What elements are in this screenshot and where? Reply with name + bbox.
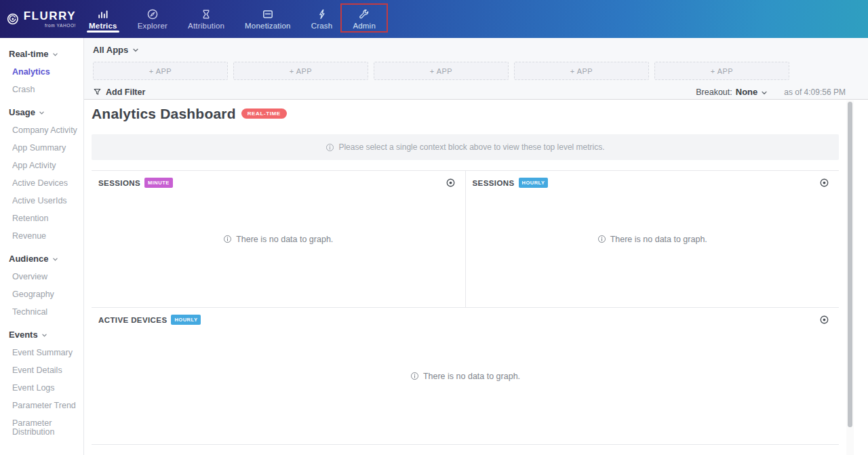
sidebar-section-events: Events Event Summary Event Details Event…	[0, 320, 83, 437]
panel-title: ACTIVE DEVICES	[98, 316, 167, 324]
sidebar-item-event-details[interactable]: Event Details	[0, 357, 83, 375]
nav-label: Monetization	[245, 22, 291, 30]
nav-item-metrics[interactable]: Metrics	[79, 0, 127, 38]
sidebar-item-retention[interactable]: Retention	[0, 205, 83, 223]
sessions-hourly-panel: SESSIONS HOURLY There is no data to grap…	[465, 171, 840, 307]
add-app-button[interactable]: + APP	[374, 62, 509, 80]
compass-icon	[146, 8, 159, 20]
flurry-logo[interactable]: FLURRY from YAHOO!	[0, 7, 76, 31]
sidebar-item-app-summary[interactable]: App Summary	[0, 135, 83, 153]
empty-text: There is no data to graph.	[423, 372, 520, 381]
app-selector-label: All Apps	[93, 45, 128, 55]
top-navbar: FLURRY from YAHOO! Metrics Explorer Attr…	[0, 0, 868, 38]
sidebar-header-audience[interactable]: Audience	[0, 244, 83, 264]
chevron-down-icon	[52, 52, 58, 58]
scrollbar-thumb[interactable]	[848, 102, 852, 427]
gear-icon[interactable]	[819, 178, 829, 188]
add-filter-button[interactable]: Add Filter	[93, 87, 145, 97]
empty-chart-message: There is no data to graph.	[466, 235, 840, 244]
panel-title: SESSIONS	[473, 179, 515, 187]
empty-chart-message: There is no data to graph.	[92, 235, 465, 244]
brand-name: FLURRY	[24, 10, 76, 22]
sessions-minute-panel: SESSIONS MINUTE There is no data to grap…	[92, 171, 465, 307]
empty-chart-message: There is no data to graph.	[92, 372, 839, 381]
sidebar-item-technical[interactable]: Technical	[0, 299, 83, 317]
info-icon	[223, 235, 232, 243]
as-of-timestamp: as of 4:09:56 PM	[784, 87, 846, 97]
chevron-down-icon	[52, 256, 58, 262]
app-slots-row: + APP + APP + APP + APP + APP	[93, 62, 846, 80]
chevron-down-icon	[39, 110, 45, 116]
sidebar-item-revenue[interactable]: Revenue	[0, 223, 83, 241]
hourglass-icon	[200, 8, 212, 20]
context-bar: All Apps + APP + APP + APP + APP + APP A…	[84, 38, 868, 100]
nav-item-attribution[interactable]: Attribution	[178, 0, 235, 38]
hourly-badge: HOURLY	[171, 315, 201, 325]
nav-label: Metrics	[89, 22, 117, 30]
realtime-badge: REAL-TIME	[241, 108, 287, 119]
section-label: Usage	[9, 107, 35, 117]
app-selector[interactable]: All Apps	[93, 43, 154, 56]
info-icon	[410, 372, 419, 380]
minute-badge: MINUTE	[144, 178, 173, 188]
chevron-down-icon	[761, 90, 768, 96]
charts-row: SESSIONS MINUTE There is no data to grap…	[92, 170, 839, 308]
nav-label: Explorer	[138, 22, 167, 30]
sidebar-item-parameter-distribution[interactable]: Parameter Distribution	[0, 410, 83, 437]
nav-item-admin[interactable]: Admin	[342, 0, 386, 38]
flurry-logo-icon	[7, 7, 19, 31]
sidebar-item-company-activity[interactable]: Company Activity	[0, 117, 83, 135]
nav-label: Admin	[353, 22, 376, 30]
nav-label: Crash	[311, 22, 333, 30]
sidebar-item-parameter-trend[interactable]: Parameter Trend	[0, 393, 83, 410]
primary-nav: Metrics Explorer Attribution Monetizatio…	[79, 0, 386, 38]
empty-text: There is no data to graph.	[236, 235, 333, 244]
breakout-label: Breakout:	[696, 87, 732, 97]
add-app-button[interactable]: + APP	[654, 62, 789, 80]
lightning-icon	[316, 8, 328, 20]
banner-icon	[262, 8, 274, 20]
notice-text: Please select a single context block abo…	[338, 142, 604, 152]
active-devices-panel: ACTIVE DEVICES HOURLY There is no data t…	[92, 308, 839, 445]
context-notice: Please select a single context block abo…	[92, 134, 839, 160]
brand-subtitle: from YAHOO!	[45, 23, 76, 28]
nav-item-crash[interactable]: Crash	[301, 0, 343, 38]
nav-item-explorer[interactable]: Explorer	[127, 0, 178, 38]
add-app-button[interactable]: + APP	[233, 62, 368, 80]
sidebar-section-usage: Usage Company Activity App Summary App A…	[0, 98, 83, 241]
hourly-badge: HOURLY	[519, 178, 549, 188]
sidebar-section-audience: Audience Overview Geography Technical	[0, 244, 83, 317]
add-app-button[interactable]: + APP	[93, 62, 228, 80]
chevron-down-icon	[41, 332, 47, 338]
sidebar-header-realtime[interactable]: Real-time	[0, 39, 83, 59]
sidebar-item-crash[interactable]: Crash	[0, 77, 83, 94]
sidebar-item-active-userids[interactable]: Active UserIds	[0, 188, 83, 205]
info-icon	[597, 235, 606, 243]
filter-icon	[93, 87, 102, 96]
breakout-selector[interactable]: Breakout: None	[696, 87, 768, 97]
filter-row: Add Filter Breakout: None as of 4:09:56 …	[93, 86, 846, 98]
sidebar-item-event-summary[interactable]: Event Summary	[0, 340, 83, 357]
section-label: Real-time	[9, 49, 49, 59]
section-label: Audience	[9, 254, 49, 264]
chevron-down-icon	[132, 47, 139, 54]
page-title: Analytics Dashboard	[92, 106, 236, 122]
sidebar-header-usage[interactable]: Usage	[0, 98, 83, 117]
sidebar-item-geography[interactable]: Geography	[0, 281, 83, 299]
add-app-button[interactable]: + APP	[514, 62, 649, 80]
sidebar-item-overview[interactable]: Overview	[0, 264, 83, 281]
panel-title: SESSIONS	[98, 179, 140, 187]
sidebar: Real-time Analytics Crash Usage Company …	[0, 38, 84, 455]
section-label: Events	[9, 330, 38, 340]
sidebar-item-analytics[interactable]: Analytics	[0, 59, 83, 77]
sidebar-header-events[interactable]: Events	[0, 320, 83, 340]
nav-item-monetization[interactable]: Monetization	[235, 0, 301, 38]
sidebar-item-active-devices[interactable]: Active Devices	[0, 170, 83, 188]
main-content: Analytics Dashboard REAL-TIME Please sel…	[84, 100, 868, 455]
sidebar-item-event-logs[interactable]: Event Logs	[0, 375, 83, 393]
breakout-value: None	[736, 87, 758, 97]
empty-text: There is no data to graph.	[610, 235, 707, 244]
sidebar-item-app-activity[interactable]: App Activity	[0, 153, 83, 170]
gear-icon[interactable]	[446, 178, 456, 188]
gear-icon[interactable]	[819, 315, 829, 325]
